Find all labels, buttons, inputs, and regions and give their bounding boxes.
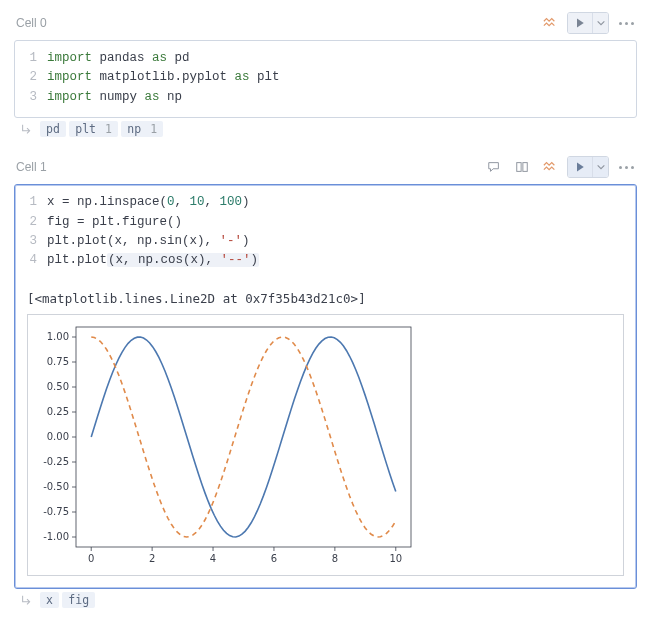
line-number: 2 bbox=[25, 213, 47, 232]
cell-toolbar bbox=[483, 156, 637, 178]
code-line[interactable]: 3plt.plot(x, np.sin(x), '-') bbox=[25, 232, 626, 251]
svg-text:-0.50: -0.50 bbox=[43, 481, 69, 492]
output-vars: pd plt1 np1 bbox=[14, 118, 637, 136]
svg-text:2: 2 bbox=[149, 553, 155, 564]
svg-text:-0.25: -0.25 bbox=[43, 456, 69, 467]
var-badge[interactable]: plt bbox=[69, 121, 102, 137]
bands-icon[interactable] bbox=[539, 157, 561, 177]
line-number: 3 bbox=[25, 232, 47, 251]
code-line[interactable]: 4plt.plot(x, np.cos(x), '--') bbox=[25, 251, 626, 270]
run-menu-chevron[interactable] bbox=[592, 13, 608, 33]
cell-header: Cell 0 bbox=[14, 10, 637, 40]
code-line[interactable]: 2import matplotlib.pyplot as plt bbox=[25, 68, 626, 87]
run-button[interactable] bbox=[568, 13, 592, 33]
var-badge-count: 1 bbox=[144, 121, 163, 137]
cell-body[interactable]: 1import pandas as pd2import matplotlib.p… bbox=[14, 40, 637, 118]
svg-text:-0.75: -0.75 bbox=[43, 506, 69, 517]
svg-text:0.50: 0.50 bbox=[47, 381, 69, 392]
svg-text:-1.00: -1.00 bbox=[43, 531, 69, 542]
more-menu[interactable] bbox=[615, 13, 637, 33]
code-line[interactable]: 1x = np.linspace(0, 10, 100) bbox=[25, 193, 626, 212]
svg-text:0.00: 0.00 bbox=[47, 431, 69, 442]
svg-text:10: 10 bbox=[389, 553, 402, 564]
run-button-group bbox=[567, 12, 609, 34]
svg-text:6: 6 bbox=[271, 553, 277, 564]
run-button-group bbox=[567, 156, 609, 178]
bands-icon[interactable] bbox=[539, 13, 561, 33]
run-menu-chevron[interactable] bbox=[592, 157, 608, 177]
cell-1: Cell 1 1x = np.l bbox=[14, 154, 637, 607]
svg-text:8: 8 bbox=[332, 553, 338, 564]
cell-header: Cell 1 bbox=[14, 154, 637, 184]
code-editor[interactable]: 1import pandas as pd2import matplotlib.p… bbox=[15, 41, 636, 117]
line-number: 4 bbox=[25, 251, 47, 270]
cell-0: Cell 0 1import pandas as pd2import matpl… bbox=[14, 10, 637, 136]
chart: -1.00-0.75-0.50-0.250.000.250.500.751.00… bbox=[27, 314, 624, 576]
line-number: 2 bbox=[25, 68, 47, 87]
output-arrow-icon bbox=[20, 593, 34, 607]
output-arrow-icon bbox=[20, 122, 34, 136]
svg-rect-1 bbox=[523, 163, 527, 172]
output-vars: x fig bbox=[14, 589, 637, 607]
svg-text:4: 4 bbox=[210, 553, 216, 564]
svg-text:1.00: 1.00 bbox=[47, 331, 69, 342]
var-badge[interactable]: fig bbox=[62, 592, 95, 608]
line-number: 3 bbox=[25, 88, 47, 107]
comment-icon[interactable] bbox=[483, 157, 505, 177]
cell-toolbar bbox=[539, 12, 637, 34]
var-badge[interactable]: x bbox=[40, 592, 59, 608]
cell-output: [<matplotlib.lines.Line2D at 0x7f35b43d2… bbox=[15, 281, 636, 588]
var-badge[interactable]: pd bbox=[40, 121, 66, 137]
code-line[interactable]: 1import pandas as pd bbox=[25, 49, 626, 68]
cell-title: Cell 1 bbox=[16, 160, 47, 174]
result-repr: [<matplotlib.lines.Line2D at 0x7f35b43d2… bbox=[27, 291, 624, 306]
run-button[interactable] bbox=[568, 157, 592, 177]
line-number: 1 bbox=[25, 193, 47, 212]
code-line[interactable]: 2fig = plt.figure() bbox=[25, 213, 626, 232]
svg-text:0: 0 bbox=[88, 553, 94, 564]
svg-text:0.75: 0.75 bbox=[47, 356, 69, 367]
cell-body[interactable]: 1x = np.linspace(0, 10, 100)2fig = plt.f… bbox=[14, 184, 637, 589]
line-number: 1 bbox=[25, 49, 47, 68]
svg-text:0.25: 0.25 bbox=[47, 406, 69, 417]
more-menu[interactable] bbox=[615, 157, 637, 177]
code-line[interactable]: 3import numpy as np bbox=[25, 88, 626, 107]
code-editor[interactable]: 1x = np.linspace(0, 10, 100)2fig = plt.f… bbox=[15, 185, 636, 281]
plot-figure: -1.00-0.75-0.50-0.250.000.250.500.751.00… bbox=[28, 315, 423, 575]
cell-title: Cell 0 bbox=[16, 16, 47, 30]
columns-icon[interactable] bbox=[511, 157, 533, 177]
svg-rect-0 bbox=[517, 163, 521, 172]
var-badge-count: 1 bbox=[99, 121, 118, 137]
svg-rect-2 bbox=[76, 327, 411, 547]
